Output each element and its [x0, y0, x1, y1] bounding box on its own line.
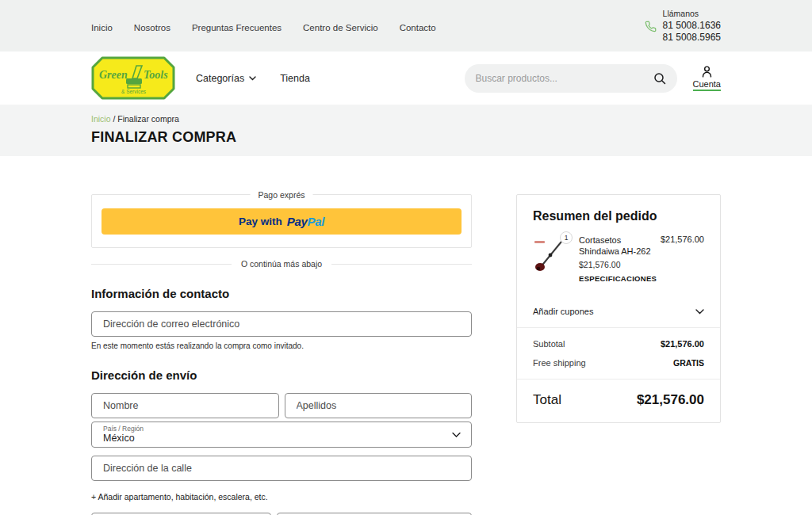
specifications-link[interactable]: ESPECIFICACIONES	[579, 274, 704, 283]
account-button[interactable]: Cuenta	[693, 65, 721, 91]
call-us-block: Llámanos 81 5008.1636 81 5008.5965	[645, 9, 721, 44]
search-icon[interactable]	[653, 72, 666, 85]
product-thumbnail: 1	[533, 235, 569, 273]
product-line-price: $21,576.00	[661, 235, 704, 257]
nav-categories-label: Categorías	[196, 73, 244, 84]
shipping-label: Free shipping	[533, 358, 586, 368]
divider-line	[331, 264, 472, 265]
svg-text:Green: Green	[99, 69, 128, 81]
page-header-strip: Inicio / Finalizar compra FINALIZAR COMP…	[0, 105, 812, 156]
shipping-address-heading: Dirección de envío	[91, 368, 472, 382]
phone-number-2[interactable]: 81 5008.5965	[663, 32, 721, 44]
product-unit-price: $21,576.00	[579, 260, 704, 269]
topnav-centro-de-servicio[interactable]: Centro de Servicio	[303, 23, 378, 32]
phone-number-1[interactable]: 81 5008.1636	[663, 20, 721, 32]
paypal-button[interactable]: Pay with PayPal	[102, 208, 462, 235]
quantity-badge: 1	[560, 231, 573, 244]
country-select-value: México	[103, 433, 444, 444]
or-divider: O continúa más abajo	[91, 259, 472, 269]
summary-header-section: Resumen del pedido 1	[517, 195, 720, 296]
order-summary-card: Resumen del pedido 1	[516, 194, 721, 423]
express-pay-box: Pago exprés Pay with PayPal	[91, 194, 472, 248]
add-coupons-label: Añadir cupones	[533, 307, 593, 316]
total-label: Total	[533, 392, 561, 408]
search-box	[465, 64, 677, 93]
express-pay-legend: Pago exprés	[251, 190, 313, 200]
guest-checkout-note: En este momento estás realizando la comp…	[91, 341, 472, 350]
first-name-field[interactable]	[91, 393, 279, 418]
order-summary-heading: Resumen del pedido	[533, 209, 704, 223]
paypal-logo-pal: Pal	[307, 215, 324, 228]
user-icon	[700, 65, 714, 78]
topnav-contacto[interactable]: Contacto	[400, 23, 436, 32]
order-item-row: 1 Cortasetos Shindaiwa AH-262 $21,576.00…	[533, 235, 704, 283]
product-name[interactable]: Cortasetos Shindaiwa AH-262	[579, 235, 654, 257]
subtotal-label: Subtotal	[533, 339, 565, 349]
topbar: Inicio Nosotros Preguntas Frecuentes Cen…	[0, 0, 812, 52]
checkout-form-column: Pago exprés Pay with PayPal O continúa m…	[91, 194, 472, 515]
add-apartment-link[interactable]: + Añadir apartamento, habitación, escale…	[91, 492, 472, 502]
country-select-label: País / Región	[103, 425, 444, 433]
order-summary-column: Resumen del pedido 1	[516, 194, 721, 423]
header: Green Tools & Services Categorías Tienda	[0, 52, 812, 105]
topnav-inicio[interactable]: Inicio	[91, 23, 113, 32]
contact-info-heading: Información de contacto	[91, 287, 472, 300]
totals-section: Subtotal $21,576.00 Free shipping GRATIS	[517, 327, 720, 379]
store-logo[interactable]: Green Tools & Services	[91, 56, 175, 100]
paypal-logo-pay: Pay	[287, 215, 308, 228]
subtotal-row: Subtotal $21,576.00	[533, 339, 704, 349]
divider-line	[91, 264, 232, 265]
add-coupons-accordion[interactable]: Añadir cupones	[517, 296, 720, 327]
chevron-down-icon	[695, 309, 704, 315]
topnav: Inicio Nosotros Preguntas Frecuentes Cen…	[91, 20, 436, 32]
total-row: Total $21,576.00	[517, 379, 720, 422]
nav-shop[interactable]: Tienda	[280, 73, 310, 84]
search-input[interactable]	[476, 73, 653, 84]
nav-categories[interactable]: Categorías	[196, 73, 256, 84]
svg-text:Tools: Tools	[144, 69, 168, 81]
total-value: $21,576.00	[637, 392, 704, 408]
call-us-label: Llámanos	[663, 9, 721, 18]
chevron-down-icon	[249, 76, 256, 81]
subtotal-value: $21,576.00	[661, 339, 704, 349]
page-title: FINALIZAR COMPRA	[91, 129, 721, 146]
account-label: Cuenta	[693, 79, 721, 91]
checkout-main: Pago exprés Pay with PayPal O continúa m…	[0, 156, 812, 515]
chevron-down-icon	[452, 432, 461, 437]
shipping-row: Free shipping GRATIS	[533, 358, 704, 368]
name-fields-row	[91, 393, 472, 418]
topnav-preguntas-frecuentes[interactable]: Preguntas Frecuentes	[192, 23, 282, 32]
last-name-field[interactable]	[285, 393, 473, 418]
svg-text:& Services: & Services	[121, 89, 147, 94]
breadcrumb: Inicio / Finalizar compra	[91, 114, 721, 124]
breadcrumb-current: / Finalizar compra	[111, 114, 179, 124]
country-select[interactable]: País / Región México	[91, 422, 472, 448]
topnav-nosotros[interactable]: Nosotros	[134, 23, 170, 32]
street-address-field[interactable]	[91, 456, 472, 481]
phone-icon	[645, 21, 657, 32]
main-nav: Categorías Tienda	[196, 73, 310, 84]
nav-shop-label: Tienda	[280, 73, 310, 84]
breadcrumb-home[interactable]: Inicio	[91, 114, 111, 124]
paypal-logo: PayPal	[287, 215, 324, 228]
shipping-value: GRATIS	[673, 358, 704, 368]
email-field[interactable]	[91, 311, 472, 337]
or-continue-text: O continúa más abajo	[232, 259, 331, 269]
paypal-prefix-label: Pay with	[239, 216, 282, 227]
